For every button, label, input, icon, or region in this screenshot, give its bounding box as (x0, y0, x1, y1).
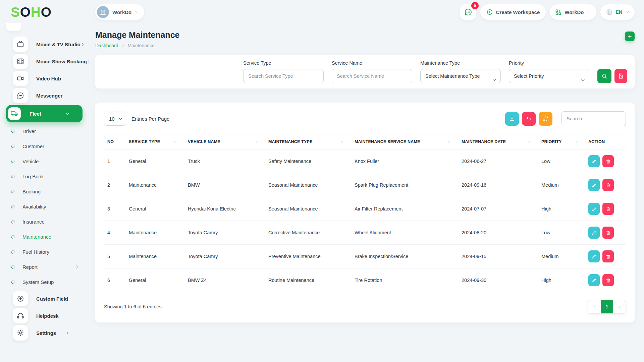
sidebar-item-label: Video Hub (36, 76, 61, 81)
bullet-icon (11, 250, 15, 254)
plus-circle-icon (13, 291, 28, 306)
trash-icon (606, 278, 611, 283)
edit-button[interactable] (588, 250, 600, 262)
service-type-input[interactable] (243, 69, 324, 83)
messenger-button[interactable]: 0 (460, 4, 476, 20)
sort-icon[interactable]: ↑↓ (574, 140, 582, 144)
sort-icon[interactable]: ↑↓ (340, 140, 348, 144)
delete-button[interactable] (602, 179, 614, 191)
sort-icon[interactable]: ↑↓ (254, 140, 262, 144)
logo-letter: O (41, 5, 52, 20)
maintenance-type-select[interactable]: Select Maintenance Type (420, 69, 501, 83)
cell-maintenance_service_name: Air Filter Replacement (351, 197, 458, 221)
filter-label: Service Name (332, 60, 412, 66)
filter-card: Service Type Service Name Maintenance Ty… (95, 55, 635, 88)
filter-field-service-name: Service Name (332, 60, 412, 83)
column-header-service-type[interactable]: SERVICE TYPE↑↓ (125, 134, 184, 149)
sidebar-item-helpdesk[interactable]: Helpdesk (6, 308, 83, 323)
main-area: WorkDo 0 Create Workspace WorkDo (89, 0, 644, 362)
sidebar-item-system-setup[interactable]: System Setup (6, 275, 83, 289)
delete-button[interactable] (602, 227, 614, 239)
sidebar-item-vehicle[interactable]: Vehicle (6, 154, 83, 169)
chevron-right-icon (121, 44, 125, 47)
column-header-maintenance-date[interactable]: MAINTENANCE DATE↑↓ (458, 134, 538, 149)
edit-button[interactable] (588, 227, 600, 239)
priority-select[interactable]: Select Priority (509, 69, 589, 83)
pagination-next[interactable] (613, 300, 626, 313)
entries-per-page-select[interactable]: 10 (104, 112, 126, 126)
undo-button[interactable] (522, 112, 536, 126)
sidebar-item-settings[interactable]: Settings (6, 325, 83, 341)
bullet-icon (11, 220, 15, 224)
refresh-button[interactable] (539, 112, 552, 126)
cell-maintenance_type: Corrective Maintenance (265, 221, 351, 245)
cell-maintenance_type: Routine Maintenance (265, 268, 351, 292)
sidebar-item-customer[interactable]: Customer (6, 139, 83, 154)
sidebar-item-maintenance[interactable]: Maintenance (6, 230, 83, 244)
sidebar-item-report[interactable]: Report (6, 260, 83, 274)
edit-button[interactable] (588, 274, 600, 286)
sidebar-item-video-hub[interactable]: Video Hub (6, 71, 83, 86)
download-button[interactable] (505, 112, 519, 126)
cell-maintenance_service_name: Knox Fuller (351, 149, 458, 173)
sidebar-item-label: Custom Field (36, 296, 68, 302)
edit-button[interactable] (588, 155, 600, 167)
filter-label: Priority (509, 60, 589, 66)
edit-button[interactable] (588, 179, 600, 191)
sidebar-item-movie-tv-studio[interactable]: Movie & TV Studio (6, 37, 83, 52)
cell-no: 5 (104, 245, 125, 268)
sidebar-item-driver[interactable]: Driver (6, 124, 83, 138)
apply-filter-button[interactable] (597, 69, 611, 83)
cell-maintenance_date: 2024-09-30 (458, 268, 538, 292)
breadcrumb-dashboard-link[interactable]: Dashboard (95, 43, 118, 48)
table-row: 2MaintenanceBMWSeasonal MaintenanceSpark… (104, 173, 626, 197)
soho-logo[interactable]: SOHO (6, 5, 89, 20)
sidebar-item-messenger[interactable]: Messenger (6, 88, 83, 103)
sort-icon[interactable]: ↑↓ (174, 140, 181, 144)
sidebar-item-fleet[interactable]: Fleet (6, 105, 83, 122)
sort-icon[interactable]: ↑↓ (447, 140, 455, 144)
create-workspace-button[interactable]: Create Workspace (480, 4, 546, 20)
workspace-switcher[interactable]: WorkDo (550, 4, 596, 20)
delete-button[interactable] (602, 250, 614, 262)
language-selector[interactable]: EN (600, 4, 635, 20)
video-camera-icon (13, 71, 28, 86)
edit-button[interactable] (588, 203, 600, 215)
cell-maintenance_service_name: Brake Inspection/Service (351, 245, 458, 268)
maintenance-table: NO SERVICE TYPE↑↓ VEHICLE NAME↑↓ MAINTEN… (104, 134, 626, 292)
sidebar-item-log-book[interactable]: Log Book (6, 169, 83, 184)
column-header-maintenance-service-name[interactable]: MAINTENANCE SERVICE NAME↑↓ (351, 134, 458, 149)
sidebar-item-insurance[interactable]: Insurance (6, 215, 83, 229)
sidebar-item-availability[interactable]: Availability (6, 199, 83, 214)
sidebar-item-fuel-history[interactable]: Fuel History (6, 245, 83, 259)
sidebar-item-label: Messenger (36, 93, 62, 99)
trash-icon (606, 254, 611, 259)
sort-icon[interactable]: ↑↓ (527, 140, 535, 144)
download-icon (509, 116, 515, 122)
column-header-priority[interactable]: PRIORITY↑↓ (538, 134, 585, 149)
column-header-vehicle-name[interactable]: VEHICLE NAME↑↓ (184, 134, 265, 149)
app-layout: SOHO Movie & TV StudioMovie Show Booking… (0, 0, 644, 362)
add-maintenance-button[interactable] (625, 32, 635, 41)
logo-letter: H (31, 5, 41, 20)
table-search-input[interactable] (561, 111, 626, 126)
filter-field-priority: PrioritySelect Priority (509, 60, 589, 83)
workspace-pill[interactable]: WorkDo (95, 4, 144, 20)
service-name-input[interactable] (332, 69, 412, 83)
pagination-page-1[interactable]: 1 (601, 300, 613, 313)
cell-priority: Low (538, 221, 585, 245)
pencil-icon (592, 183, 597, 188)
sidebar-item-booking[interactable]: Booking (6, 184, 83, 199)
table-card: 10 Entries Per Page NO SERVICE TYPE↑↓ VE… (95, 103, 635, 322)
gear-icon (13, 325, 28, 341)
delete-button[interactable] (602, 203, 614, 215)
delete-button[interactable] (602, 155, 614, 167)
entries-summary: Showing 1 to 6 of 6 entries (104, 304, 162, 309)
column-header-maintenance-type[interactable]: MAINTENANCE TYPE↑↓ (265, 134, 351, 149)
bullet-icon (11, 189, 15, 194)
sidebar-item-movie-show-booking[interactable]: Movie Show Booking (6, 54, 83, 69)
pagination-prev[interactable] (588, 300, 601, 313)
clear-filter-button[interactable] (614, 69, 627, 83)
delete-button[interactable] (602, 274, 614, 286)
sidebar-item-custom-field[interactable]: Custom Field (6, 291, 83, 306)
